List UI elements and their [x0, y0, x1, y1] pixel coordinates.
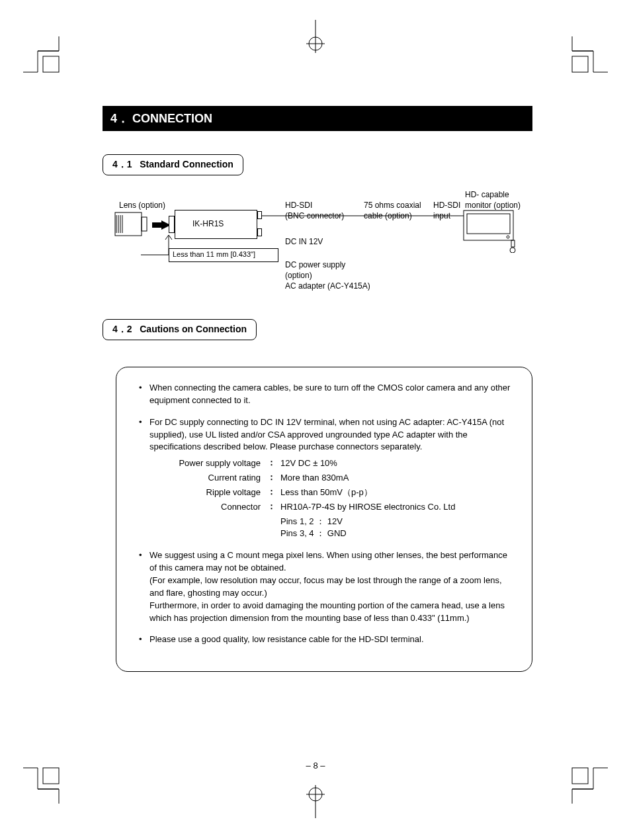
- subsection-number: 4．1: [112, 159, 132, 169]
- crop-mark-icon: [571, 36, 608, 73]
- hdsdi-port: [257, 211, 262, 219]
- dc-supply-2: (option): [285, 271, 312, 280]
- svg-rect-8: [464, 210, 513, 240]
- subsection-title: Cautions on Connection: [140, 324, 247, 334]
- svg-rect-11: [511, 240, 515, 247]
- caution-item: We suggest using a C mount mega pixel le…: [136, 549, 512, 624]
- hdsdi-input-1: HD-SDI: [433, 201, 460, 210]
- section-heading: 4． CONNECTION: [103, 106, 532, 131]
- registration-mark-icon: [306, 20, 325, 55]
- colon: ：: [267, 501, 275, 514]
- clearance-label: Less than 11 mm [0.433"]: [169, 248, 278, 262]
- camera-mount: [169, 216, 175, 233]
- spec-value: HR10A-7P-4S by HIROSE electronics Co. Lt…: [275, 501, 455, 514]
- svg-rect-6: [115, 212, 142, 236]
- caution-item: For DC supply connecting to DC IN 12V te…: [136, 416, 512, 541]
- caution-item: When connecting the camera cables, be su…: [136, 382, 512, 407]
- spec-label: Connector: [168, 501, 267, 514]
- spec-label: Current rating: [168, 472, 267, 485]
- caution-text: For DC supply connecting to DC IN 12V te…: [149, 417, 504, 452]
- svg-point-12: [510, 248, 515, 253]
- colon: ：: [267, 472, 275, 485]
- svg-rect-0: [43, 56, 59, 72]
- dc-supply-3: AC adapter (AC-Y415A): [285, 281, 370, 291]
- spec-label: Ripple voltage: [168, 487, 267, 499]
- subsection-heading: 4．2 Cautions on Connection: [103, 319, 257, 340]
- connection-diagram: Lens (option) IK-HR1S Less than 11 mm [0…: [103, 190, 532, 306]
- signal-cable-line: [262, 214, 464, 217]
- spec-value: More than 830mA: [275, 472, 349, 485]
- crop-mark-icon: [23, 36, 60, 73]
- section-title: CONNECTION: [132, 112, 212, 125]
- spec-table: Power supply voltage：12V DC ± 10% Curren…: [168, 457, 512, 540]
- monitor-icon: [463, 210, 519, 253]
- colon: ：: [267, 487, 275, 499]
- cable-label-1: 75 ohms coaxial: [364, 201, 421, 210]
- cautions-box: When connecting the camera cables, be su…: [116, 367, 532, 672]
- subsection-title: Standard Connection: [140, 159, 233, 169]
- pins: Pins 3, 4 ： GND: [280, 528, 512, 540]
- svg-rect-1: [572, 56, 588, 72]
- clearance-arrow-icon: [141, 232, 174, 256]
- monitor-label-2: monitor (option): [465, 201, 521, 210]
- caution-item: Please use a good quality, low resistanc…: [136, 633, 512, 646]
- arrow-right-icon: [152, 220, 171, 230]
- page-number-value: 8: [313, 761, 317, 770]
- crop-mark-icon: [23, 767, 60, 804]
- hdsdi-label: HD-SDI: [285, 201, 312, 210]
- section-number: 4．: [110, 112, 129, 125]
- colon: ：: [267, 457, 275, 470]
- subsection-heading: 4．1 Standard Connection: [103, 154, 243, 175]
- page-number: – 8 –: [0, 761, 631, 770]
- subsection-number: 4．2: [112, 324, 132, 334]
- registration-mark-icon: [306, 785, 325, 820]
- spec-value: Less than 50mV（p-p）: [275, 487, 372, 499]
- spec-label: Power supply voltage: [168, 457, 267, 470]
- dc-supply-1: DC power supply: [285, 260, 345, 269]
- camera-model: IK-HR1S: [192, 219, 224, 228]
- crop-mark-icon: [571, 767, 608, 804]
- lens-label: Lens (option): [119, 201, 165, 210]
- spec-value: 12V DC ± 10%: [275, 457, 337, 470]
- pins: Pins 1, 2 ： 12V: [280, 516, 512, 528]
- monitor-label-1: HD- capable: [465, 190, 509, 199]
- svg-point-10: [507, 236, 509, 238]
- svg-rect-7: [142, 217, 147, 231]
- svg-rect-9: [467, 214, 510, 234]
- dc-port: [257, 228, 262, 236]
- dc-in-label: DC IN 12V: [285, 237, 323, 246]
